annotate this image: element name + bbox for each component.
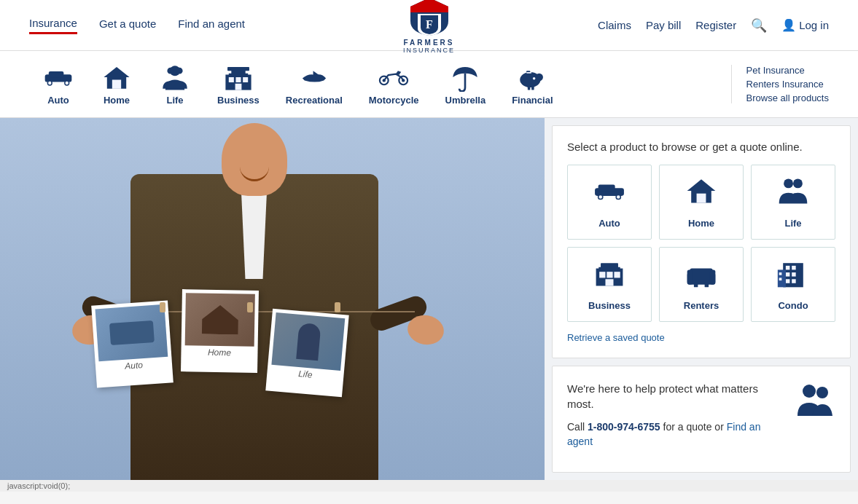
product-business-icon [593, 258, 626, 294]
financial-icon [516, 63, 548, 92]
business-icon [222, 63, 254, 92]
header: Insurance Get a quote Find an agent F FA… [0, 0, 858, 51]
ins-nav-home[interactable]: Home [87, 57, 146, 111]
svg-rect-45 [599, 272, 605, 277]
help-text: We're here to help protect what matters … [567, 381, 780, 457]
agent-figure: Auto Home Life [72, 123, 437, 480]
nav-pay-bill[interactable]: Pay bill [646, 19, 681, 31]
polaroid-life: Life [265, 309, 348, 398]
svg-point-6 [66, 82, 69, 84]
product-condo-icon [776, 258, 810, 294]
product-business-label: Business [588, 300, 631, 311]
right-panel: Select a product to browse or get a quot… [545, 118, 858, 480]
nav-find-agent[interactable]: Find an agent [178, 17, 245, 33]
agents-icon [795, 381, 835, 422]
svg-rect-50 [690, 269, 712, 275]
svg-rect-8 [112, 80, 121, 89]
ins-nav-life[interactable]: Life [146, 57, 204, 111]
svg-rect-28 [531, 86, 534, 90]
user-icon: 👤 [781, 18, 796, 32]
nav-login[interactable]: 👤 Log in [781, 18, 829, 32]
search-icon[interactable]: 🔍 [751, 17, 767, 34]
svg-text:F: F [426, 18, 433, 31]
svg-rect-59 [786, 272, 790, 277]
ins-nav-umbrella[interactable]: Umbrella [432, 57, 499, 111]
agent-head [222, 123, 287, 196]
call-suffix: for a quote or [660, 421, 727, 433]
ins-extra-browse[interactable]: Browse all products [746, 92, 829, 103]
ins-nav-recreational[interactable]: Recreational [273, 57, 356, 111]
svg-rect-48 [605, 279, 613, 286]
svg-point-67 [816, 387, 828, 398]
ins-recreational-label: Recreational [286, 95, 343, 106]
product-life[interactable]: Life [751, 165, 835, 240]
insurance-nav: Auto Home [0, 51, 858, 118]
svg-rect-16 [229, 77, 234, 82]
svg-rect-64 [779, 272, 782, 275]
ins-home-label: Home [104, 95, 130, 106]
ins-nav-motorcycle[interactable]: Motorcycle [356, 57, 432, 111]
svg-rect-53 [694, 283, 698, 288]
ins-nav-auto[interactable]: Auto [29, 57, 87, 111]
polaroid-home: Home [181, 289, 259, 373]
ins-extra-pet[interactable]: Pet Insurance [746, 65, 829, 76]
help-section: We're here to help protect what matters … [552, 366, 851, 473]
header-right: Claims Pay bill Register 🔍 👤 Log in [562, 17, 829, 34]
product-home[interactable]: Home [659, 165, 744, 240]
product-home-label: Home [688, 218, 714, 229]
svg-point-66 [803, 385, 816, 398]
svg-point-37 [617, 195, 620, 199]
ins-nav-financial[interactable]: Financial [499, 57, 566, 111]
product-renters[interactable]: Renters [659, 247, 744, 322]
retrieve-saved-quote[interactable]: Retrieve a saved quote [567, 332, 835, 343]
nav-insurance[interactable]: Insurance [29, 17, 77, 34]
svg-rect-51 [687, 269, 693, 284]
product-auto-label: Auto [598, 218, 620, 229]
svg-rect-62 [792, 279, 796, 283]
motorcycle-icon [378, 63, 410, 92]
product-auto[interactable]: Auto [567, 165, 652, 240]
home-icon [101, 63, 133, 92]
ins-nav-business[interactable]: Business [204, 57, 273, 111]
product-grid: Auto Home [567, 165, 835, 322]
svg-rect-44 [598, 267, 620, 270]
svg-rect-2 [49, 71, 64, 78]
phone-number: 1-800-974-6755 [588, 421, 660, 433]
product-condo-label: Condo [778, 300, 808, 311]
nav-claims[interactable]: Claims [598, 19, 631, 31]
svg-point-36 [598, 195, 602, 199]
status-text: javascript:void(0); [7, 481, 70, 490]
product-home-icon [685, 176, 718, 212]
product-condo[interactable]: Condo [751, 247, 835, 322]
pin3 [335, 302, 340, 312]
product-auto-icon [593, 176, 626, 212]
quote-title: Select a product to browse or get a quot… [567, 141, 835, 153]
product-business[interactable]: Business [567, 247, 652, 322]
logo-insurance: INSURANCE [403, 47, 455, 54]
polaroid-home-label: Home [184, 347, 254, 358]
ins-extra-links: Pet Insurance Renters Insurance Browse a… [731, 65, 829, 103]
nav-get-quote[interactable]: Get a quote [99, 17, 156, 33]
hero-section: Auto Home Life [0, 118, 545, 480]
product-life-label: Life [784, 218, 801, 229]
shirt [233, 184, 276, 279]
farmers-logo[interactable]: F FARMERS INSURANCE [403, 0, 455, 54]
svg-rect-17 [235, 77, 241, 82]
ins-extra-renters[interactable]: Renters Insurance [746, 79, 829, 90]
svg-rect-47 [614, 272, 620, 277]
main-content: Auto Home Life [0, 118, 858, 480]
nav-register[interactable]: Register [695, 19, 736, 31]
smile [240, 167, 269, 181]
life-icon [159, 63, 191, 92]
svg-rect-39 [697, 194, 706, 203]
svg-point-40 [784, 178, 793, 188]
product-renters-label: Renters [684, 300, 719, 311]
svg-rect-19 [235, 84, 242, 90]
header-nav: Insurance Get a quote Find an agent [29, 17, 296, 34]
umbrella-icon [449, 63, 481, 92]
ins-auto-label: Auto [47, 95, 69, 106]
polaroid-auto: Auto [91, 301, 173, 388]
pin1 [160, 302, 165, 312]
pin2 [247, 302, 253, 312]
quote-section: Select a product to browse or get a quot… [552, 125, 851, 358]
